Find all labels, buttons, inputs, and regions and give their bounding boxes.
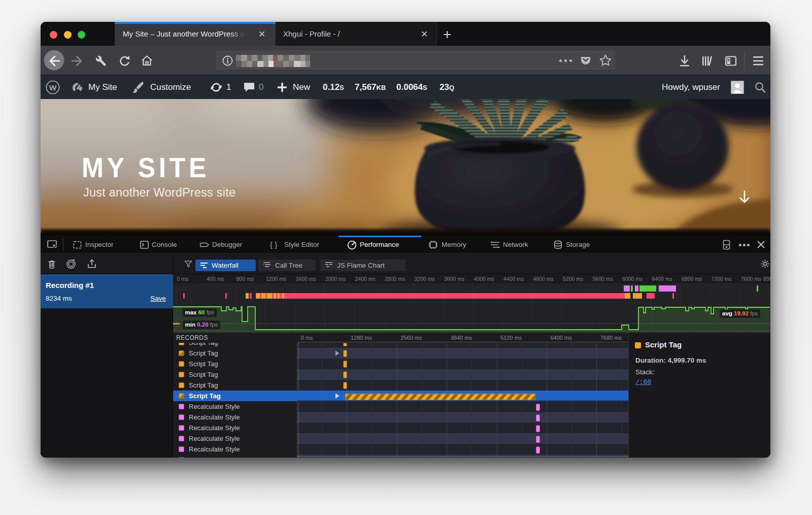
svg-text:W: W: [49, 83, 57, 92]
